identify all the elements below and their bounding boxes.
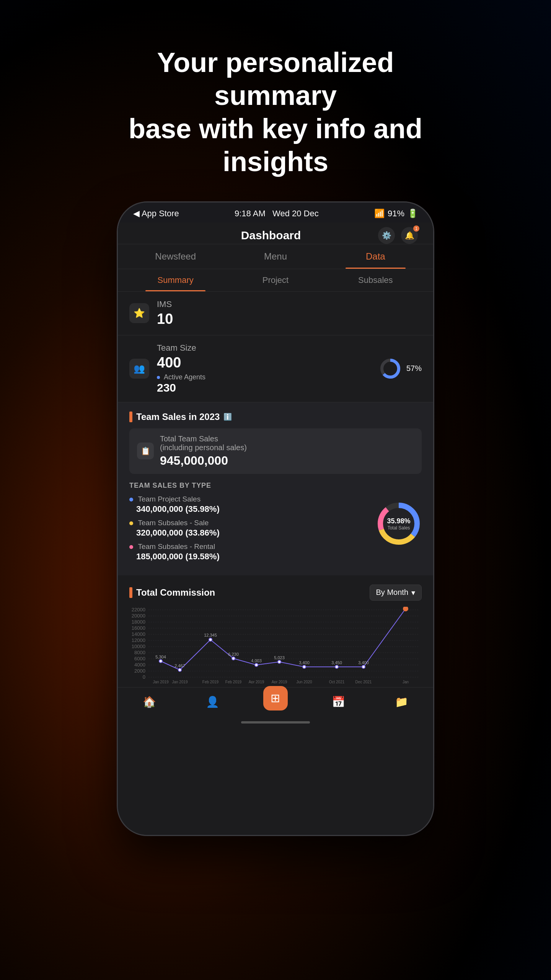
app-title: Dashboard: [164, 229, 378, 242]
donut-pct: 35.98%: [387, 517, 410, 525]
rental-dot: [129, 545, 133, 549]
chart-point-4: [232, 657, 235, 660]
team-section: 👥 Team Size 400 Active Agents 230: [118, 335, 433, 402]
team-value: 400: [157, 354, 205, 371]
bell-icon: 🔔: [405, 231, 414, 240]
ims-value: 10: [157, 311, 173, 327]
svg-text:12,345: 12,345: [204, 633, 217, 637]
app-container: Dashboard ⚙️ 🔔 1 Newsfeed Menu Data: [118, 222, 433, 835]
team-sales-section: Team Sales in 2023 ℹ️ 📋 Total Team Sales…: [118, 402, 433, 575]
nav-qr[interactable]: ⊞: [244, 694, 307, 710]
chart-point-5: [255, 663, 258, 666]
ims-section: ⭐ IMS 10: [118, 292, 433, 335]
accent-bar: [129, 412, 132, 422]
commission-title-row: Total Commission: [129, 587, 215, 598]
total-sales-label: Total Team Sales (including personal sal…: [160, 434, 247, 452]
header-icons: ⚙️ 🔔 1: [378, 227, 418, 244]
svg-text:Jan 2019: Jan 2019: [172, 680, 188, 683]
tab-data[interactable]: Data: [326, 244, 425, 269]
device-frame: ◀ App Store 9:18 AM Wed 20 Dec 📶 91% 🔋 D…: [117, 201, 434, 836]
battery-label: 91%: [388, 209, 404, 219]
hero-text: Your personalized summary base with key …: [65, 0, 486, 201]
sales-types-list: TEAM SALES BY TYPE Team Project Sales 34…: [129, 482, 376, 566]
team-donut-area: 57%: [379, 357, 422, 380]
by-month-dropdown[interactable]: By Month ▾: [370, 585, 422, 601]
svg-text:Feb 2019: Feb 2019: [202, 680, 219, 683]
subsale-label: Team Subsales - Sale: [138, 519, 209, 527]
subsale-value: 320,000,000 (33.86%): [136, 528, 376, 538]
donut-center: 35.98% Total Sales: [387, 517, 410, 531]
chart-point-1: [159, 660, 162, 663]
project-value: 340,000,000 (35.98%): [136, 504, 376, 514]
team-sales-title: Team Sales in 2023: [136, 412, 220, 422]
svg-text:6000: 6000: [134, 656, 145, 662]
qr-icon: ⊞: [271, 691, 280, 705]
svg-text:5,304: 5,304: [155, 655, 166, 659]
rental-value: 185,000,000 (19.58%): [136, 552, 376, 562]
notification-button-1[interactable]: ⚙️: [378, 227, 395, 244]
svg-text:Jan 2019: Jan 2019: [153, 680, 169, 683]
team-icon: 👥: [129, 359, 149, 379]
active-agents-value: 230: [157, 381, 205, 394]
svg-text:Apr 2019: Apr 2019: [272, 680, 287, 683]
commission-header: Total Commission By Month ▾: [129, 585, 422, 601]
chevron-down-icon: ▾: [411, 588, 415, 597]
sales-type-subsale: Team Subsales - Sale 320,000,000 (33.86%…: [129, 519, 376, 538]
svg-text:6,230: 6,230: [228, 652, 239, 657]
sales-type-rental: Team Subsales - Rental 185,000,000 (19.5…: [129, 542, 376, 562]
home-bar: [241, 721, 310, 724]
tab-newsfeed[interactable]: Newsfeed: [126, 244, 225, 269]
svg-text:16000: 16000: [132, 625, 145, 631]
sub-nav-tabs: Summary Project Subsales: [118, 269, 433, 292]
main-nav-tabs: Newsfeed Menu Data: [118, 244, 433, 269]
home-icon: 🏠: [143, 696, 156, 708]
wifi-icon: 📶: [374, 209, 385, 219]
sales-by-type-header: TEAM SALES BY TYPE: [129, 482, 376, 490]
carrier-label: ◀ App Store: [133, 209, 179, 219]
svg-text:23,0...: 23,0...: [400, 607, 412, 608]
chart-point-6: [278, 660, 281, 663]
svg-text:Jan: Jan: [403, 680, 409, 683]
chart-point-9: [362, 665, 365, 668]
subsale-dot: [129, 521, 133, 525]
time-label: 9:18 AM Wed 20 Dec: [235, 209, 319, 219]
calendar-icon: 📅: [332, 696, 345, 708]
svg-text:4000: 4000: [134, 662, 145, 668]
svg-text:5,023: 5,023: [274, 655, 285, 660]
filter-label: By Month: [376, 588, 408, 597]
svg-text:Oct 2021: Oct 2021: [329, 680, 345, 683]
folder-icon: 📁: [395, 696, 408, 708]
app-header: Dashboard ⚙️ 🔔 1: [118, 222, 433, 244]
chart-point-3: [209, 638, 212, 641]
nav-home[interactable]: 🏠: [118, 696, 181, 708]
commission-accent: [129, 587, 132, 598]
notification-button-2[interactable]: 🔔 1: [401, 227, 418, 244]
commission-chart: 22000 20000 18000 16000 14000 12000 1000…: [129, 607, 422, 683]
active-agents-label: Active Agents: [157, 373, 205, 381]
tab-menu[interactable]: Menu: [225, 244, 325, 269]
tab-project[interactable]: Project: [225, 269, 325, 291]
nav-profile[interactable]: 👤: [181, 696, 244, 708]
svg-text:4,003: 4,003: [251, 658, 262, 663]
chart-point-7: [303, 665, 306, 668]
sales-content-row: TEAM SALES BY TYPE Team Project Sales 34…: [129, 482, 422, 566]
team-info: Team Size 400 Active Agents 230: [157, 343, 205, 394]
team-sales-header: Team Sales in 2023 ℹ️: [129, 412, 422, 422]
ims-label: IMS: [157, 299, 173, 309]
home-indicator: [118, 722, 433, 726]
donut-label: Total Sales: [387, 525, 410, 531]
tab-summary[interactable]: Summary: [126, 269, 225, 291]
hero-line2: base with key info and insights: [129, 113, 422, 177]
total-sales-value: 945,000,000: [160, 454, 247, 468]
project-dot: [129, 498, 133, 501]
svg-text:8000: 8000: [134, 650, 145, 655]
tab-subsales[interactable]: Subsales: [326, 269, 425, 291]
svg-text:3,400: 3,400: [299, 660, 310, 665]
status-bar: ◀ App Store 9:18 AM Wed 20 Dec 📶 91% 🔋: [118, 203, 433, 222]
nav-files[interactable]: 📁: [370, 696, 433, 708]
project-label: Team Project Sales: [138, 495, 201, 503]
team-label: Team Size: [157, 343, 205, 353]
rental-label: Team Subsales - Rental: [138, 542, 215, 550]
nav-calendar[interactable]: 📅: [307, 696, 370, 708]
qr-button[interactable]: ⊞: [263, 686, 288, 710]
